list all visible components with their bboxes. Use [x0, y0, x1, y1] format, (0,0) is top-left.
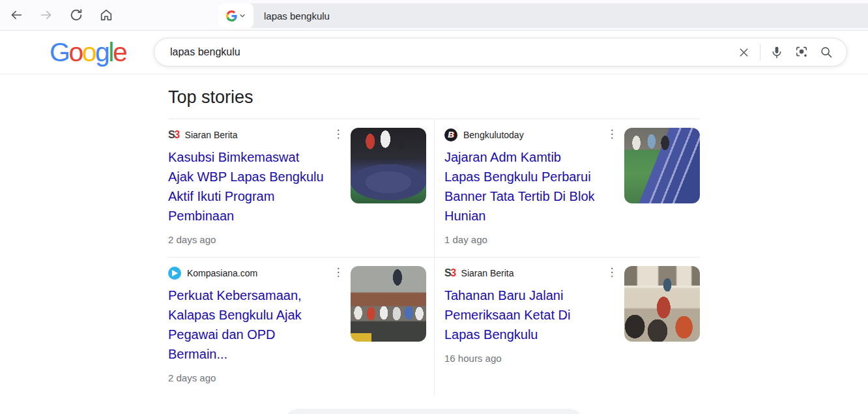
story-time: 2 days ago [168, 234, 326, 257]
story-card: Kompasiana.com Perkuat Kebersamaan, Kala… [168, 258, 434, 395]
story-thumbnail[interactable] [351, 128, 426, 203]
address-bar[interactable]: lapas bengkulu [218, 3, 868, 28]
more-options-icon[interactable]: ⋮ [326, 128, 351, 257]
story-time: 16 hours ago [444, 353, 600, 376]
story-title-link[interactable]: Kasubsi Bimkemaswat Ajak WBP Lapas Bengk… [168, 147, 326, 226]
story-title-link[interactable]: Tahanan Baru Jalani Pemeriksaan Ketat Di… [444, 286, 600, 344]
source-name: Bengkulutoday [463, 130, 524, 140]
more-options-icon[interactable]: ⋮ [600, 128, 624, 257]
source-name: Siaran Berita [185, 130, 238, 140]
home-icon[interactable] [98, 7, 115, 23]
logo-letter: 3 [450, 267, 455, 278]
browser-toolbar: lapas bengkulu [0, 0, 868, 31]
google-lens-icon[interactable] [793, 44, 810, 61]
forward-icon[interactable] [38, 7, 55, 23]
microphone-icon[interactable] [768, 44, 785, 61]
top-stories-grid: S3 Siaran Berita Kasubsi Bimkemaswat Aja… [168, 119, 700, 395]
logo-letter: G [50, 37, 68, 67]
source-row: S3 Siaran Berita [168, 128, 326, 142]
clear-icon[interactable] [735, 44, 752, 61]
logo-letter: e [113, 37, 126, 67]
logo-letter: o [68, 37, 81, 67]
search-divider [760, 44, 760, 61]
logo-letter: S [444, 267, 450, 278]
story-thumbnail[interactable] [351, 266, 426, 342]
siaran-berita-logo: S3 [444, 267, 456, 279]
logo-letter: o [82, 37, 95, 67]
story-title-link[interactable]: Perkuat Kebersamaan, Kalapas Bengkulu Aj… [168, 286, 326, 364]
bengkulutoday-logo: B [444, 128, 457, 141]
story-card: S3 Siaran Berita Tahanan Baru Jalani Pem… [434, 258, 700, 395]
logo-letter: S [168, 129, 174, 140]
more-news-button[interactable]: More news › [283, 409, 585, 414]
logo-letter: g [95, 37, 108, 67]
results-content: Top stories S3 Siaran Berita Kasubsi Bim… [168, 87, 700, 414]
more-options-icon[interactable]: ⋮ [326, 266, 351, 395]
more-news-section: More news › [168, 403, 700, 414]
logo-letter: l [108, 37, 113, 67]
story-card: S3 Siaran Berita Kasubsi Bimkemaswat Aja… [168, 119, 434, 258]
google-g-icon [226, 10, 237, 22]
search-icon[interactable] [818, 44, 835, 61]
more-options-icon[interactable]: ⋮ [600, 266, 624, 376]
google-logo[interactable]: Google [50, 39, 126, 66]
source-name: Kompasiana.com [187, 268, 257, 278]
chevron-down-icon [239, 12, 246, 19]
search-box[interactable] [154, 38, 847, 67]
site-info-chip[interactable] [218, 3, 253, 28]
kompasiana-logo [168, 267, 181, 280]
source-row: Kompasiana.com [168, 266, 326, 280]
top-stories-heading: Top stories [168, 87, 700, 108]
back-icon[interactable] [8, 7, 25, 23]
source-row: S3 Siaran Berita [444, 266, 600, 280]
story-time: 1 day ago [444, 234, 600, 257]
search-header: Google [0, 31, 868, 74]
story-card: B Bengkulutoday Jajaran Adm Kamtib Lapas… [434, 119, 700, 258]
story-thumbnail[interactable] [624, 128, 700, 203]
siaran-berita-logo: S3 [168, 129, 179, 141]
source-row: B Bengkulutoday [444, 128, 600, 142]
story-time: 2 days ago [168, 372, 326, 395]
story-thumbnail[interactable] [624, 266, 700, 342]
source-name: Siaran Berita [461, 268, 514, 278]
reload-icon[interactable] [68, 7, 85, 23]
search-input[interactable] [170, 46, 735, 58]
url-text[interactable]: lapas bengkulu [264, 10, 330, 22]
story-title-link[interactable]: Jajaran Adm Kamtib Lapas Bengkulu Perbar… [444, 147, 600, 226]
logo-letter: 3 [174, 129, 179, 140]
